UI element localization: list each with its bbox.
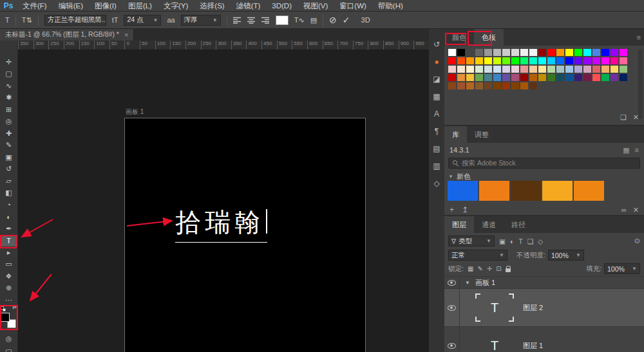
swatch[interactable] [620,49,627,56]
swatch[interactable] [611,66,618,73]
align-left-icon[interactable] [233,17,242,24]
swatch[interactable] [457,82,465,89]
visibility-cell[interactable] [444,277,460,288]
swatch[interactable] [565,66,573,73]
swatch[interactable] [620,57,627,64]
upload-icon[interactable]: ↥ [462,205,468,214]
quick-mask-icon[interactable]: ◎ [0,332,17,345]
swatch[interactable] [556,82,564,89]
canvas-area[interactable]: 画板 1 拾瑞翰 [18,50,429,352]
swatch[interactable] [511,49,519,56]
opacity-select[interactable]: 100% ▼ [548,250,584,261]
swatch[interactable] [475,66,483,73]
swatch[interactable] [484,66,492,73]
lock-artboard-icon[interactable]: ⊡ [496,265,501,272]
panel-tab[interactable]: 路径 [504,216,533,233]
swatch[interactable] [493,82,501,89]
filter-pixel-icon[interactable]: ▣ [499,237,506,245]
swatch[interactable] [565,82,573,89]
menu-item[interactable]: 视图(V) [298,0,334,12]
blend-mode-select[interactable]: 正常 ▼ [448,250,507,261]
swatch[interactable] [502,57,510,64]
swatch[interactable] [556,49,564,56]
lock-position-icon[interactable]: ✛ [487,265,492,272]
list-view-icon[interactable]: ≡ [635,146,639,154]
text-color-swatch[interactable] [276,15,289,25]
layer-name[interactable]: 图层 2 [523,303,543,313]
swatch[interactable] [511,66,519,73]
swatch[interactable] [448,57,456,64]
swatch[interactable] [466,49,474,56]
swatch[interactable] [611,74,618,81]
eraser-tool[interactable]: ▱ [0,175,17,187]
swatch[interactable] [529,82,537,89]
swatch[interactable] [547,82,555,89]
swatch[interactable] [502,74,510,81]
pen-tool[interactable]: ✒ [0,223,17,235]
swatch[interactable] [475,82,483,89]
swatch[interactable] [620,74,627,81]
swatch[interactable] [592,57,600,64]
lasso-tool[interactable]: ∿ [0,80,17,92]
clone-stamp-tool[interactable]: ▣ [0,151,17,163]
healing-brush-tool[interactable]: ✚ [0,127,17,140]
close-icon[interactable]: × [124,31,128,39]
swatch[interactable] [466,66,474,73]
swatch[interactable] [457,57,465,64]
library-color-group-header[interactable]: ▼ 新色 [448,172,471,181]
swatch[interactable] [601,49,609,56]
type-layer-text[interactable]: 拾瑞翰 [175,205,267,243]
swatch[interactable] [493,49,501,56]
swatch[interactable] [448,82,456,89]
swatch[interactable] [574,49,582,56]
swap-colors-icon[interactable]: ⇄ [12,304,17,310]
foreground-background-colors[interactable]: ⇄ [1,306,17,329]
menu-item[interactable]: 编辑(E) [53,0,89,12]
menu-item[interactable]: 文件(F) [17,0,53,12]
swatch[interactable] [574,82,582,89]
eye-icon[interactable] [448,305,456,311]
move-tool[interactable]: ✛ [0,56,17,68]
swatch[interactable] [538,66,546,73]
library-color-swatch[interactable] [448,181,478,201]
new-swatch-icon[interactable]: ❏ [620,113,627,122]
swatch[interactable] [457,74,465,81]
swatch[interactable] [574,74,582,81]
properties-panel-icon[interactable]: ▤ [429,140,444,157]
panel-tab[interactable]: 色板 [474,29,504,46]
type-tool[interactable]: T [0,235,17,247]
swatch[interactable] [601,74,609,81]
text-orientation-icon[interactable]: T⇅ [22,16,32,24]
library-color-swatch[interactable] [542,181,573,201]
paragraph-panel-icon[interactable]: ¶ [429,122,444,140]
swatch[interactable] [538,49,546,56]
swatch[interactable] [565,57,573,64]
warp-text-icon[interactable]: T∿ [294,16,305,24]
cancel-edits-button[interactable]: ⊘ [329,15,337,25]
swatch[interactable] [547,49,555,56]
lock-paint-icon[interactable]: ✎ [477,265,482,272]
adobe-stock-search-input[interactable]: 搜索 Adobe Stock [448,158,640,169]
swatch[interactable] [493,74,501,81]
swatch[interactable] [538,74,546,81]
history-brush-tool[interactable]: ↺ [0,163,17,176]
artboard-group-row[interactable]: ▼ 画板 1 [444,276,644,288]
eyedropper-tool[interactable]: ◎ [0,116,17,128]
visibility-cell[interactable] [444,327,460,352]
swatch[interactable] [583,66,591,73]
crop-tool[interactable]: ⊞ [0,104,17,116]
swatch[interactable] [611,57,618,64]
swatch[interactable] [574,66,582,73]
link-icon[interactable]: ∞ [621,206,627,214]
swatch[interactable] [520,49,528,56]
screen-mode-icon[interactable]: ▢ [0,345,17,352]
artboard-label[interactable]: 画板 1 [126,107,144,116]
panel-tab[interactable]: 库 [444,126,467,143]
swatch[interactable] [475,74,483,81]
menu-item[interactable]: 帮助(H) [372,0,409,12]
align-right-icon[interactable] [261,17,270,24]
shape-tool[interactable]: ▭ [0,259,17,271]
menu-item[interactable]: 图像(I) [89,0,122,12]
swatch[interactable] [547,57,555,64]
swatch[interactable] [611,49,618,56]
